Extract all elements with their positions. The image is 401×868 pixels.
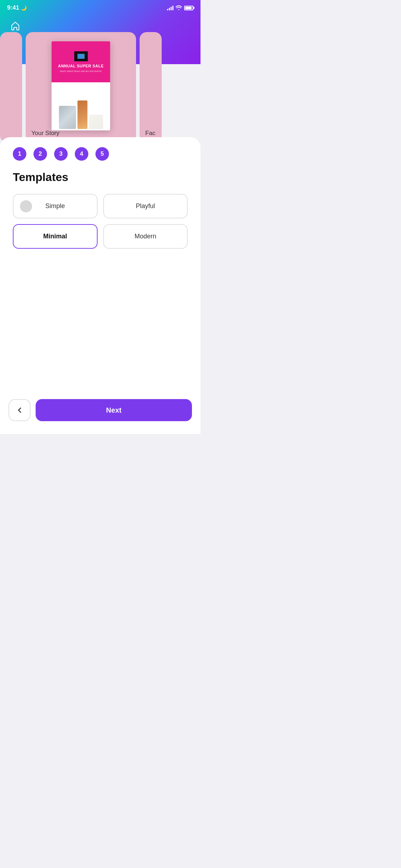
status-bar: 9:41 🌙: [0, 0, 200, 16]
poster-title: ANNUAL SUPER SALE: [58, 63, 104, 68]
next-button[interactable]: Next: [36, 399, 192, 421]
poster-subtitle: ENJOY GREAT DEALS AND BIG DISCOUNTS!: [60, 70, 101, 72]
soap-orange: [77, 100, 87, 129]
template-grid: Simple Playful Minimal Modern: [13, 194, 188, 249]
section-title: Templates: [13, 171, 188, 184]
moon-icon: 🌙: [21, 5, 27, 11]
soap-white: [89, 115, 103, 129]
next-button-label: Next: [106, 406, 121, 414]
template-minimal-option[interactable]: Minimal: [13, 224, 98, 249]
home-icon[interactable]: [10, 21, 21, 34]
battery-fill: [185, 7, 192, 9]
step-1[interactable]: 1: [13, 147, 26, 161]
battery-icon: [184, 6, 193, 10]
template-minimal-label: Minimal: [43, 233, 67, 240]
signal-bar-2: [169, 8, 170, 10]
template-modern-label: Modern: [135, 233, 156, 240]
status-time: 9:41: [7, 4, 19, 11]
carousel-label-facebook: Fac: [145, 130, 155, 137]
carousel-item-your-story[interactable]: ANNUAL SUPER SALE ENJOY GREAT DEALS AND …: [26, 32, 136, 143]
template-playful-label: Playful: [136, 202, 155, 210]
step-3[interactable]: 3: [54, 147, 68, 161]
template-simple-label: Simple: [45, 202, 65, 210]
signal-bar-3: [171, 7, 172, 10]
back-button[interactable]: [9, 399, 31, 421]
poster-logo-inner: [77, 54, 84, 59]
bottom-actions: Next: [9, 399, 192, 421]
carousel-item-left[interactable]: [0, 32, 22, 143]
signal-bars-icon: [167, 5, 173, 10]
soap-scene: [52, 82, 110, 130]
step-2[interactable]: 2: [33, 147, 47, 161]
signal-bar-1: [167, 9, 168, 10]
signal-bar-4: [172, 6, 173, 10]
step-5[interactable]: 5: [95, 147, 109, 161]
ripple-effect: [20, 200, 32, 212]
poster-logo: [74, 51, 88, 61]
poster-top: ANNUAL SUPER SALE ENJOY GREAT DEALS AND …: [52, 41, 110, 82]
step-4[interactable]: 4: [75, 147, 88, 161]
poster-bottom: [52, 82, 110, 130]
template-playful-option[interactable]: Playful: [103, 194, 188, 218]
step-indicators: 1 2 3 4 5: [13, 147, 188, 161]
template-simple-option[interactable]: Simple: [13, 194, 98, 218]
carousel-label-your-story: Your Story: [31, 130, 59, 137]
status-icons: [167, 5, 193, 11]
main-panel: 1 2 3 4 5 Templates Simple Playful Minim…: [0, 137, 200, 434]
wifi-icon: [176, 5, 182, 11]
template-modern-option[interactable]: Modern: [103, 224, 188, 249]
carousel-item-right[interactable]: Fac: [140, 32, 162, 143]
soap-dark: [59, 106, 76, 129]
sale-poster: ANNUAL SUPER SALE ENJOY GREAT DEALS AND …: [52, 41, 110, 130]
